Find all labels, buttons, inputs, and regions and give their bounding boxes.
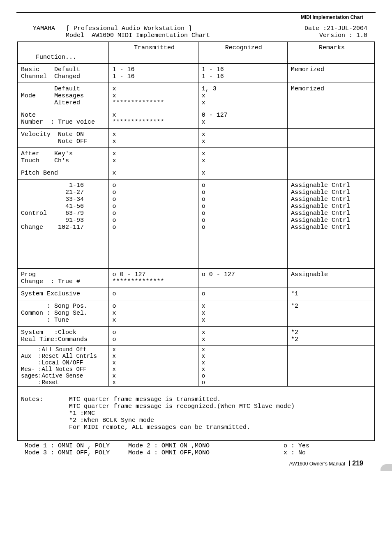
cell-transmitted: o x x [109, 300, 198, 327]
header-line-2: Model AW1600 MIDI Implementation Chart V… [16, 32, 376, 39]
table-row: Note Number : True voicex **************… [18, 109, 375, 129]
table-row: 1-16 21-27 33-34 41-56 Control 63-79 91-… [18, 180, 375, 269]
cell-recognized: o 0 - 127 [198, 269, 287, 288]
cell-recognized: x x [198, 129, 287, 148]
version: Version : 1.0 [319, 32, 367, 39]
cell-remarks: *2 *2 [287, 327, 374, 346]
page-number: 219 [352, 460, 363, 467]
cell-transmitted: x ************** [109, 109, 198, 129]
table-row: Basic Default Channel Changed1 - 16 1 - … [18, 64, 375, 83]
cell-function: After Key's Touch Ch's [18, 148, 109, 167]
notes-label: Notes: [21, 396, 43, 403]
cell-function: 1-16 21-27 33-34 41-56 Control 63-79 91-… [18, 180, 109, 269]
col-transmitted: Transmitted [109, 42, 198, 64]
cell-recognized: x [198, 167, 287, 180]
midi-chart-table: Function... Transmitted Recognized Remar… [17, 41, 375, 441]
section-title: MIDI Implementation Chart [16, 14, 363, 20]
table-row: After Key's Touch Ch'sx xx x [18, 148, 375, 167]
cell-remarks [287, 346, 374, 387]
table-row: Pitch Bendxx [18, 167, 375, 180]
notes-row: Notes: MTC quarter frame message is tran… [18, 387, 375, 441]
cell-transmitted: o o o o o o o [109, 180, 198, 269]
cell-transmitted: o o [109, 327, 198, 346]
header-rule [16, 12, 376, 13]
cell-function: :All Sound Off Aux :Reset All Cntrls :Lo… [18, 346, 109, 387]
cell-recognized: x x [198, 327, 287, 346]
cell-recognized: o o o o o o o [198, 180, 287, 269]
brand: YAMAHA [33, 25, 55, 32]
footer: AW1600 Owner’s Manual 219 [16, 460, 363, 467]
date: Date :21-JUL-2004 [304, 25, 367, 32]
header-line-1: YAMAHA [ Professional Audio Workstation … [16, 25, 376, 32]
col-remarks: Remarks [287, 42, 374, 64]
cell-remarks [287, 148, 374, 167]
cell-recognized: 1 - 16 1 - 16 [198, 64, 287, 83]
cell-remarks [287, 167, 374, 180]
cell-transmitted: x [109, 167, 198, 180]
cell-recognized: x x [198, 148, 287, 167]
col-recognized: Recognized [198, 42, 287, 64]
cell-function: Note Number : True voice [18, 109, 109, 129]
book-title: AW1600 Owner’s Manual [289, 461, 345, 467]
cell-remarks: Assignable Cntrl Assignable Cntrl Assign… [287, 180, 374, 269]
cell-remarks: Memorized [287, 64, 374, 83]
cell-transmitted: x x [109, 129, 198, 148]
table-row: Prog Change : True #o 0 - 127 **********… [18, 269, 375, 288]
cell-transmitted: o [109, 288, 198, 300]
cell-remarks: Memorized [287, 83, 374, 109]
cell-transmitted: o 0 - 127 ************** [109, 269, 198, 288]
table-row: :All Sound Off Aux :Reset All Cntrls :Lo… [18, 346, 375, 387]
table-row: : Song Pos. Common : Song Sel. : Tuneo x… [18, 300, 375, 327]
cell-remarks: *2 [287, 300, 374, 327]
table-row: System :Clock Real Time:Commandso ox x*2… [18, 327, 375, 346]
cell-recognized: x x x [198, 300, 287, 327]
cell-recognized: 1, 3 x x [198, 83, 287, 109]
cell-function: Velocity Note ON Note OFF [18, 129, 109, 148]
appendix-tab: Appendix [380, 464, 392, 471]
table-row: Default Mode Messages Alteredx x *******… [18, 83, 375, 109]
col-function: Function... [18, 42, 109, 64]
cell-function: Default Mode Messages Altered [18, 83, 109, 109]
cell-transmitted: 1 - 16 1 - 16 [109, 64, 198, 83]
product: [ Professional Audio Workstation ] [66, 25, 192, 32]
footer-bar-icon [349, 461, 350, 466]
cell-function: Pitch Bend [18, 167, 109, 180]
cell-function: : Song Pos. Common : Song Sel. : Tune [18, 300, 109, 327]
cell-function: Prog Change : True # [18, 269, 109, 288]
cell-function: Basic Default Channel Changed [18, 64, 109, 83]
cell-transmitted: x x ************** [109, 83, 198, 109]
cell-transmitted: x x x x x x [109, 346, 198, 387]
cell-remarks: Assignable [287, 269, 374, 288]
cell-recognized: x x x x o o [198, 346, 287, 387]
cell-remarks [287, 109, 374, 129]
modes-block: Mode 1 : OMNI ON , POLY Mode 2 : OMNI ON… [25, 442, 367, 456]
cell-remarks [287, 129, 374, 148]
table-row: System Exclusiveoo*1 [18, 288, 375, 300]
cell-recognized: 0 - 127 x [198, 109, 287, 129]
header-row: Function... Transmitted Recognized Remar… [18, 42, 375, 64]
table-row: Velocity Note ON Note OFFx xx x [18, 129, 375, 148]
model-line: Model AW1600 MIDI Implementation Chart [66, 32, 210, 39]
cell-remarks: *1 [287, 288, 374, 300]
cell-recognized: o [198, 288, 287, 300]
cell-transmitted: x x [109, 148, 198, 167]
cell-function: System :Clock Real Time:Commands [18, 327, 109, 346]
cell-function: System Exclusive [18, 288, 109, 300]
notes-body: MTC quarter frame message is transmitted… [21, 396, 295, 431]
